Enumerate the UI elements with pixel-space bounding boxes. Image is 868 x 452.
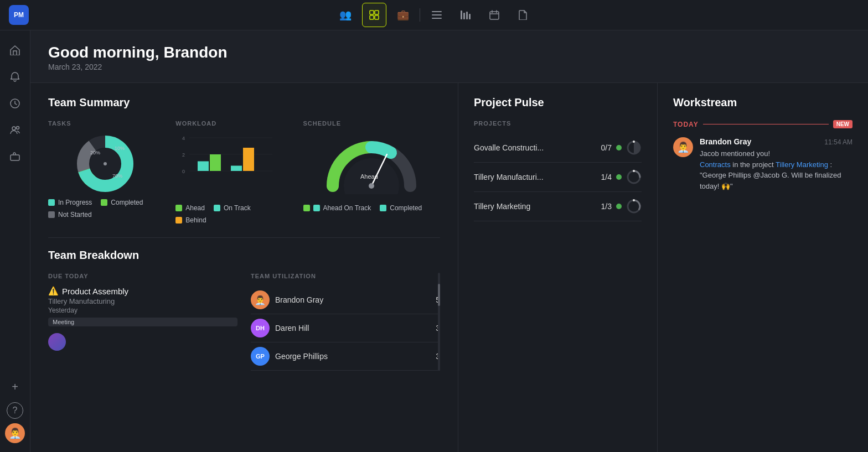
app-logo[interactable]: PM: [9, 5, 29, 25]
nav-dashboard[interactable]: [362, 3, 386, 27]
in-progress-dot: [48, 199, 55, 206]
project-row-3[interactable]: Tillery Marketing 1/3: [474, 192, 642, 221]
ws-header-row: Brandon Gray 11:54 AM: [700, 137, 852, 146]
sidebar-item-home[interactable]: [4, 39, 26, 61]
sidebar: + ? 👨‍💼: [0, 30, 30, 452]
right-panel: Workstream TODAY NEW 👨‍💼 Brandon Gray 11…: [658, 83, 868, 452]
projects-label: PROJECTS: [474, 120, 642, 127]
george-name: George Phillips: [275, 352, 430, 361]
svg-text:20%: 20%: [90, 150, 100, 155]
left-panel: Team Summary TASKS: [30, 83, 458, 452]
tasks-label: TASKS: [48, 120, 162, 127]
breakdown-grid: DUE TODAY ⚠️ Product Assembly Tillery Ma…: [48, 273, 440, 371]
ws-body: Contracts in the project Tillery Marketi…: [700, 159, 852, 192]
schedule-block: SCHEDULE: [303, 120, 441, 224]
nav-bars[interactable]: [453, 3, 478, 27]
legend-schedule-completed: Completed: [380, 204, 422, 212]
ws-link-tillery[interactable]: Tillery Marketing: [776, 160, 828, 169]
svg-point-37: [369, 183, 374, 189]
svg-rect-9: [466, 12, 468, 19]
svg-rect-34: [243, 148, 254, 171]
today-label: TODAY: [673, 121, 699, 128]
legend-on-track: On Track: [214, 204, 251, 212]
scroll-indicator: [438, 273, 440, 371]
schedule-legend: Ahead On Track Completed: [303, 204, 441, 212]
svg-rect-1: [375, 11, 379, 14]
tasks-block: TASKS: [48, 120, 162, 224]
svg-text:2: 2: [182, 152, 185, 158]
ws-brandon-avatar: 👨‍💼: [673, 137, 693, 157]
nav-briefcase[interactable]: 💼: [391, 3, 415, 27]
project-row-1[interactable]: Govalle Constructi... 0/7: [474, 133, 642, 163]
project-3-name: Tillery Marketing: [474, 202, 587, 211]
svg-rect-6: [432, 18, 442, 19]
not-started-dot: [48, 211, 55, 218]
ws-time: 11:54 AM: [824, 138, 852, 146]
legend-schedule-ahead-on-track: Ahead On Track: [303, 204, 371, 212]
project-1-progress: [626, 140, 642, 155]
svg-point-47: [633, 199, 635, 201]
svg-text:0: 0: [182, 169, 185, 174]
svg-text:70%: 70%: [112, 173, 122, 179]
svg-rect-10: [469, 14, 471, 19]
daren-name: Daren Hill: [275, 324, 430, 332]
sidebar-item-people[interactable]: [4, 119, 26, 141]
legend-in-progress: In Progress: [48, 199, 92, 206]
panels: Team Summary TASKS: [30, 83, 868, 452]
svg-rect-33: [231, 166, 242, 172]
legend-ahead: Ahead: [175, 204, 205, 212]
task-name: ⚠️ Product Assembly: [48, 286, 237, 296]
sidebar-bottom: + ? 👨‍💼: [4, 376, 26, 443]
task-date: Yesterday: [48, 306, 237, 314]
project-1-ratio: 0/7: [592, 143, 612, 152]
workstream-title: Workstream: [673, 96, 852, 109]
svg-text:4: 4: [182, 136, 185, 141]
sidebar-item-help[interactable]: ?: [7, 402, 23, 419]
user-avatar[interactable]: 👨‍💼: [5, 423, 25, 443]
avatar-placeholder: [48, 333, 66, 351]
project-row-2[interactable]: Tillery Manufacturi... 1/4: [474, 163, 642, 192]
completed-dot: [101, 199, 107, 206]
nav-calendar[interactable]: [482, 3, 507, 27]
middle-panel: Project Pulse PROJECTS Govalle Construct…: [458, 83, 658, 452]
page-header: Good morning, Brandon March 23, 2022: [30, 30, 868, 83]
util-member-3: GP George Phillips 3: [251, 342, 440, 371]
project-1-status: [616, 145, 622, 150]
sidebar-item-briefcase[interactable]: [4, 146, 26, 168]
tasks-legend: In Progress Completed Not Started: [48, 199, 162, 219]
project-2-ratio: 1/4: [592, 173, 612, 181]
sidebar-item-add[interactable]: +: [4, 376, 26, 398]
content-area: Good morning, Brandon March 23, 2022 Tea…: [30, 30, 868, 452]
schedule-label: SCHEDULE: [303, 120, 441, 127]
project-3-status: [616, 204, 622, 209]
utilization-col: TEAM UTILIZATION 👨‍💼 Brandon Gray 5: [251, 273, 440, 371]
new-badge: NEW: [833, 120, 852, 128]
nav-list[interactable]: [425, 3, 449, 27]
warning-icon: ⚠️: [48, 286, 59, 296]
due-today-label: DUE TODAY: [48, 273, 237, 279]
sidebar-item-clock[interactable]: [4, 92, 26, 115]
ws-link-contracts[interactable]: Contracts: [700, 160, 731, 169]
project-2-name: Tillery Manufacturi...: [474, 173, 587, 181]
legend-behind: Behind: [175, 216, 206, 224]
utilization-label: TEAM UTILIZATION: [251, 273, 440, 279]
schedule-completed-dot: [380, 205, 386, 211]
svg-rect-4: [432, 11, 442, 12]
svg-point-41: [633, 141, 635, 143]
project-2-status: [616, 174, 622, 180]
ws-preview: Jacob mentioned you!: [700, 148, 852, 159]
svg-rect-8: [463, 13, 465, 19]
project-3-ratio: 1/3: [592, 202, 612, 211]
project-2-progress: [626, 169, 642, 185]
nav-team[interactable]: 👥: [333, 3, 358, 27]
page-date: March 23, 2022: [48, 63, 850, 71]
nav-document[interactable]: [511, 3, 535, 27]
behind-dot: [175, 217, 182, 224]
svg-rect-2: [370, 15, 374, 19]
team-breakdown-title: Team Breakdown: [48, 249, 440, 262]
workload-legend: Ahead On Track Behind: [175, 204, 290, 224]
task-tag: Meeting: [48, 318, 237, 326]
svg-point-44: [633, 170, 635, 172]
sidebar-item-notifications[interactable]: [4, 66, 26, 88]
task-project: Tillery Manufacturing: [48, 297, 237, 305]
